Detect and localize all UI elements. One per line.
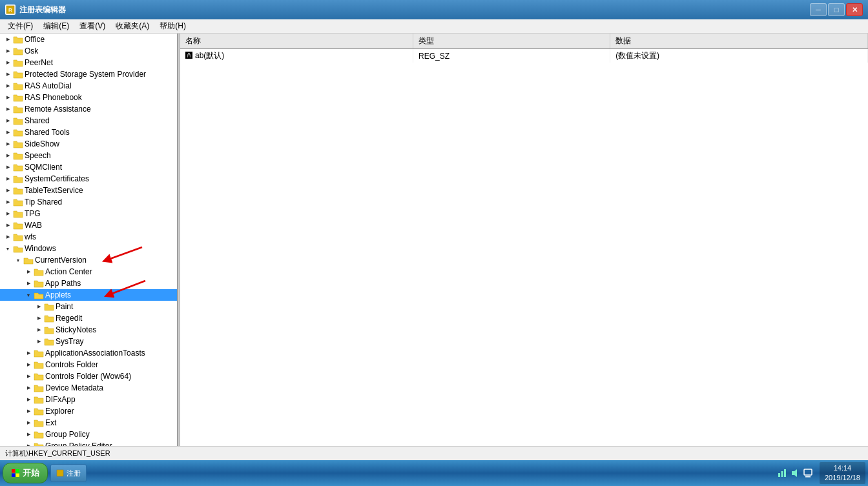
- expand-icon-protected-storage[interactable]: ▶: [3, 69, 13, 79]
- tree-item-osk[interactable]: ▶Osk: [0, 45, 177, 57]
- tree-item-wfs[interactable]: ▶wfs: [0, 231, 177, 243]
- expand-icon-device-metadata[interactable]: ▶: [23, 383, 34, 393]
- tree-item-app-paths[interactable]: ▶App Paths: [0, 278, 177, 289]
- tree-item-sys-tray[interactable]: ▶SysTray: [0, 336, 177, 347]
- tree-item-device-metadata[interactable]: ▶Device Metadata: [0, 382, 177, 394]
- expand-icon-ras-autodial[interactable]: ▶: [3, 81, 13, 91]
- tree-item-wab[interactable]: ▶WAB: [0, 219, 177, 231]
- tree-item-sideshow[interactable]: ▶SideShow: [0, 138, 177, 150]
- tree-label-ras-phonebook: RAS Phonebook: [25, 93, 82, 102]
- svg-rect-13: [805, 476, 811, 478]
- tree-item-group-policy-editor[interactable]: ▶Group Policy Editor: [0, 440, 177, 446]
- menu-edit[interactable]: 编辑(E): [38, 19, 74, 33]
- expand-icon-remote-assistance[interactable]: ▶: [3, 104, 13, 114]
- tree-item-shared[interactable]: ▶Shared: [0, 115, 177, 127]
- menu-bar: 文件(F) 编辑(E) 查看(V) 收藏夹(A) 帮助(H): [0, 19, 868, 34]
- svg-rect-4: [16, 469, 20, 473]
- tree-label-wab: WAB: [25, 221, 42, 230]
- status-bar: 计算机\HKEY_CURRENT_USER: [0, 446, 868, 460]
- expand-icon-sideshow[interactable]: ▶: [3, 139, 13, 149]
- tree-item-office[interactable]: ▶Office: [0, 34, 177, 45]
- expand-icon-sqmclient[interactable]: ▶: [3, 162, 13, 172]
- tree-item-current-version[interactable]: ▼CurrentVersion: [0, 254, 177, 266]
- tree-item-controls-folder[interactable]: ▶Controls Folder: [0, 359, 177, 370]
- expand-icon-action-center[interactable]: ▶: [23, 267, 34, 277]
- tree-item-difxapp[interactable]: ▶DIFxApp: [0, 394, 177, 405]
- clock: 14:14 2019/12/18: [820, 462, 865, 485]
- expand-icon-shared-tools[interactable]: ▶: [3, 127, 13, 137]
- title-bar-left: R 注册表编辑器: [5, 5, 66, 15]
- expand-icon-ras-phonebook[interactable]: ▶: [3, 92, 13, 103]
- tree-item-group-policy[interactable]: ▶Group Policy: [0, 429, 177, 440]
- expand-icon-osk[interactable]: ▶: [3, 46, 13, 56]
- table-row[interactable]: 🅰ab(默认)REG_SZ(数值未设置): [180, 49, 868, 63]
- expand-icon-tpg[interactable]: ▶: [3, 208, 13, 219]
- tree-item-ras-autodial[interactable]: ▶RAS AutoDial: [0, 80, 177, 92]
- expand-icon-tip-shared[interactable]: ▶: [3, 197, 13, 207]
- taskbar-window-icon: [56, 469, 64, 477]
- svg-rect-5: [12, 474, 16, 478]
- expand-icon-controls-folder[interactable]: ▶: [23, 359, 34, 370]
- expand-icon-paint[interactable]: ▶: [34, 301, 44, 312]
- tree-item-ext[interactable]: ▶Ext: [0, 417, 177, 429]
- expand-icon-regedit[interactable]: ▶: [34, 313, 44, 323]
- tree-item-sticky-notes[interactable]: ▶StickyNotes: [0, 324, 177, 336]
- tree-label-shared-tools: Shared Tools: [25, 128, 70, 137]
- menu-file[interactable]: 文件(F): [3, 19, 38, 33]
- tree-item-action-center[interactable]: ▶Action Center: [0, 266, 177, 278]
- tree-item-protected-storage[interactable]: ▶Protected Storage System Provider: [0, 68, 177, 80]
- expand-icon-controls-folder-wow64[interactable]: ▶: [23, 371, 34, 381]
- clock-date: 2019/12/18: [825, 473, 860, 483]
- expand-icon-ext[interactable]: ▶: [23, 418, 34, 428]
- close-button[interactable]: ✕: [846, 3, 863, 16]
- expand-icon-table-text-service[interactable]: ▶: [3, 185, 13, 196]
- menu-favorites[interactable]: 收藏夹(A): [110, 19, 154, 33]
- tree-item-peernet[interactable]: ▶PeerNet: [0, 57, 177, 68]
- tree-item-tip-shared[interactable]: ▶Tip Shared: [0, 196, 177, 208]
- tree-item-application-association-toasts[interactable]: ▶ApplicationAssociationToasts: [0, 347, 177, 359]
- expand-icon-windows[interactable]: ▼: [3, 243, 13, 254]
- expand-icon-speech[interactable]: ▶: [3, 150, 13, 161]
- tree-item-paint[interactable]: ▶Paint: [0, 301, 177, 312]
- expand-icon-wfs[interactable]: ▶: [3, 232, 13, 242]
- tree-item-controls-folder-wow64[interactable]: ▶Controls Folder (Wow64): [0, 370, 177, 382]
- expand-icon-applets[interactable]: ▼: [23, 290, 34, 300]
- tree-item-ras-phonebook[interactable]: ▶RAS Phonebook: [0, 92, 177, 103]
- expand-icon-difxapp[interactable]: ▶: [23, 394, 34, 405]
- tree-item-tpg[interactable]: ▶TPG: [0, 208, 177, 219]
- expand-icon-sticky-notes[interactable]: ▶: [34, 325, 44, 335]
- expand-icon-application-association-toasts[interactable]: ▶: [23, 348, 34, 358]
- tree-item-applets[interactable]: ▼Applets: [0, 289, 177, 301]
- minimize-button[interactable]: ─: [810, 3, 827, 16]
- tree-item-regedit[interactable]: ▶Regedit: [0, 312, 177, 324]
- expand-icon-peernet[interactable]: ▶: [3, 57, 13, 68]
- expand-icon-group-policy-editor[interactable]: ▶: [23, 441, 34, 446]
- tree-item-system-certificates[interactable]: ▶SystemCertificates: [0, 173, 177, 185]
- expand-icon-group-policy[interactable]: ▶: [23, 429, 34, 440]
- expand-icon-current-version[interactable]: ▼: [13, 255, 23, 265]
- taskbar-window[interactable]: 注册: [50, 464, 87, 482]
- menu-view[interactable]: 查看(V): [74, 19, 110, 33]
- tree-item-shared-tools[interactable]: ▶Shared Tools: [0, 127, 177, 138]
- tree-item-remote-assistance[interactable]: ▶Remote Assistance: [0, 103, 177, 115]
- tree-item-speech[interactable]: ▶Speech: [0, 150, 177, 161]
- tree-item-windows[interactable]: ▼Windows: [0, 243, 177, 254]
- expand-icon-system-certificates[interactable]: ▶: [3, 174, 13, 184]
- menu-help[interactable]: 帮助(H): [154, 19, 191, 33]
- tree-item-explorer[interactable]: ▶Explorer: [0, 405, 177, 417]
- maximize-button[interactable]: □: [828, 3, 845, 16]
- tree-item-sqmclient[interactable]: ▶SQMClient: [0, 161, 177, 173]
- start-button[interactable]: 开始: [3, 463, 48, 483]
- expand-icon-explorer[interactable]: ▶: [23, 406, 34, 416]
- expand-icon-wab[interactable]: ▶: [3, 220, 13, 230]
- expand-icon-shared[interactable]: ▶: [3, 116, 13, 126]
- tree-label-difxapp: DIFxApp: [45, 395, 76, 404]
- expand-icon-sys-tray[interactable]: ▶: [34, 336, 44, 347]
- tree-item-table-text-service[interactable]: ▶TableTextService: [0, 185, 177, 196]
- expand-icon-office[interactable]: ▶: [3, 34, 13, 45]
- volume-icon: [790, 468, 800, 478]
- expand-icon-app-paths[interactable]: ▶: [23, 278, 34, 289]
- tree-label-table-text-service: TableTextService: [25, 186, 83, 195]
- tree-label-office: Office: [25, 35, 45, 44]
- app-icon: R: [5, 5, 16, 15]
